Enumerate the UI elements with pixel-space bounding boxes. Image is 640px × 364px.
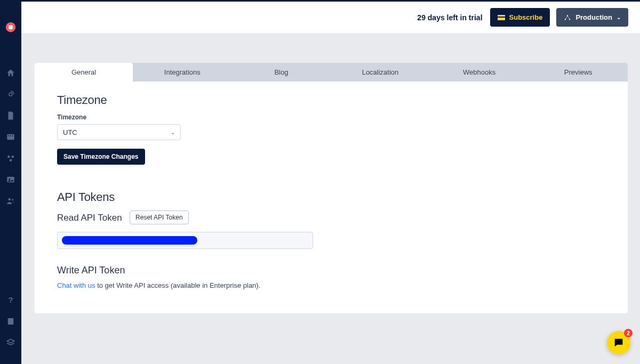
home-icon[interactable]: [0, 62, 21, 84]
grid-icon[interactable]: [0, 126, 21, 148]
chat-launcher[interactable]: 2: [607, 331, 630, 354]
trial-text: 29 days left in trial: [417, 13, 482, 22]
svg-point-12: [9, 198, 11, 201]
team-icon[interactable]: [0, 190, 21, 212]
write-api-help-rest: to get Write API access (available in En…: [95, 281, 261, 289]
app-logo-icon: [5, 21, 17, 33]
chat-with-us-link[interactable]: Chat with us: [57, 281, 95, 289]
read-api-token-field[interactable]: [57, 232, 313, 249]
timezone-field-label: Timezone: [57, 114, 605, 121]
tab-previews[interactable]: Previews: [529, 63, 628, 82]
svg-rect-4: [8, 135, 9, 136]
timezone-selected-value: UTC: [63, 128, 77, 136]
tabs: General Integrations Blog Localization W…: [35, 63, 628, 82]
tab-integrations[interactable]: Integrations: [133, 63, 232, 82]
svg-rect-6: [12, 135, 13, 136]
tab-webhooks[interactable]: Webhooks: [430, 63, 529, 82]
api-tokens-heading: API Tokens: [57, 190, 605, 204]
topbar: 29 days left in trial Subscribe Producti…: [21, 0, 640, 33]
svg-point-9: [10, 159, 12, 162]
document-icon[interactable]: [0, 105, 21, 126]
read-api-token-label: Read API Token: [57, 213, 122, 223]
save-timezone-button[interactable]: Save Timezone Changes: [57, 149, 145, 165]
environment-selector[interactable]: Production ⌄: [556, 8, 628, 27]
subscribe-label: Subscribe: [509, 13, 543, 21]
reset-api-token-button[interactable]: Reset API Token: [130, 211, 189, 224]
tab-localization[interactable]: Localization: [331, 63, 430, 82]
chevron-down-icon: ⌄: [617, 14, 621, 20]
svg-point-7: [7, 156, 10, 158]
svg-rect-15: [8, 318, 14, 325]
settings-panel: General Integrations Blog Localization W…: [35, 63, 628, 313]
chat-badge: 2: [624, 329, 633, 337]
svg-text:?: ?: [8, 295, 13, 304]
write-api-token-label: Write API Token: [57, 265, 125, 276]
tab-blog[interactable]: Blog: [232, 63, 331, 82]
nodes-icon: [564, 14, 571, 21]
svg-point-2: [9, 93, 12, 96]
svg-point-11: [9, 179, 10, 180]
media-icon[interactable]: [0, 169, 21, 190]
sidebar: ?: [0, 0, 21, 364]
environment-label: Production: [575, 13, 612, 21]
svg-rect-3: [7, 134, 14, 140]
help-icon[interactable]: ?: [0, 289, 21, 311]
svg-point-13: [12, 199, 13, 200]
credit-card-icon: [498, 15, 505, 20]
general-panel: Timezone Timezone UTC ⌄ Save Timezone Ch…: [35, 82, 628, 311]
subscribe-button[interactable]: Subscribe: [490, 8, 550, 27]
chevron-down-icon: ⌄: [171, 130, 175, 135]
chat-icon: [613, 337, 625, 349]
svg-rect-5: [10, 135, 11, 136]
write-api-help-text: Chat with us to get Write API access (av…: [57, 281, 605, 289]
masked-token-value: [62, 236, 197, 245]
timezone-heading: Timezone: [57, 93, 605, 107]
layers-icon[interactable]: [0, 332, 21, 353]
blog-icon[interactable]: [0, 84, 21, 105]
svg-point-8: [12, 156, 14, 158]
book-icon[interactable]: [0, 311, 21, 332]
timezone-select[interactable]: UTC ⌄: [57, 124, 181, 140]
tab-general[interactable]: General: [35, 63, 133, 82]
svg-rect-1: [9, 25, 12, 29]
integrations-icon[interactable]: [0, 148, 21, 169]
